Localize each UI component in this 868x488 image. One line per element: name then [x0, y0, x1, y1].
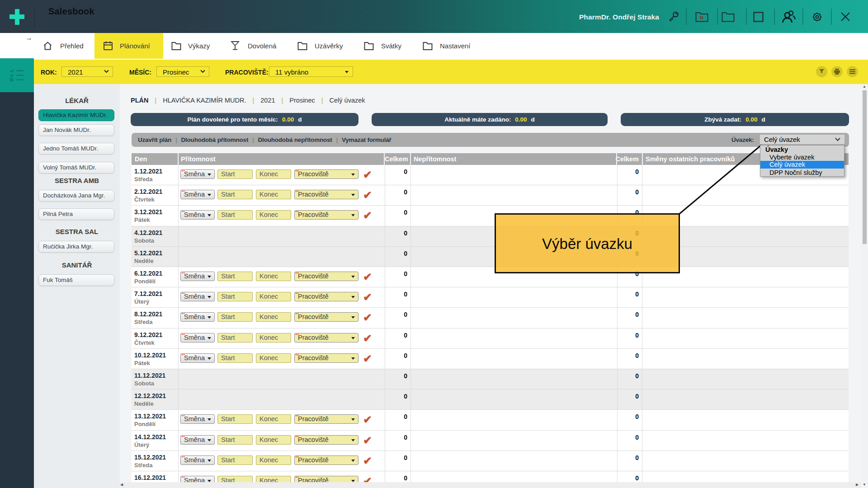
svg-text:N: N: [700, 15, 703, 20]
